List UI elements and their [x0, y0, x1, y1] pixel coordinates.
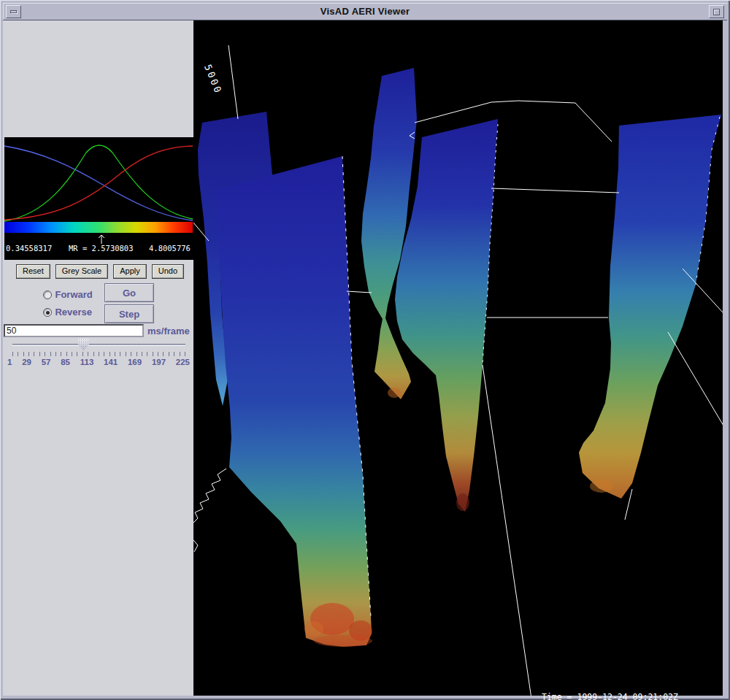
tick-label: 85	[61, 358, 70, 366]
tick-label: 57	[42, 358, 51, 366]
wireframe-line	[193, 469, 226, 523]
wireframe-line	[668, 332, 723, 426]
tick-label: 169	[128, 358, 142, 366]
time-readout: Time = 1999-12-24 09:21:02Z 95 of 229	[539, 674, 678, 700]
slider-thumb[interactable]	[78, 339, 89, 350]
colormap-editor[interactable]: 0.34558317 MR = 2.5730803 4.8005776	[4, 137, 193, 260]
tick-label: 29	[22, 358, 31, 366]
window-title: VisAD AERI Viewer	[3, 6, 727, 17]
curve-green	[4, 145, 193, 221]
frame-rate-label: ms/frame	[147, 326, 190, 336]
forward-radio[interactable]	[43, 291, 52, 299]
colormap-button-row: Reset Grey Scale Apply Undo	[16, 264, 184, 279]
wireframe-line	[193, 540, 198, 552]
grey-scale-button[interactable]: Grey Scale	[55, 264, 108, 279]
wireframe-line	[347, 291, 372, 293]
step-button[interactable]: Step	[104, 304, 154, 323]
hot-spot	[456, 493, 469, 511]
forward-radio-row[interactable]: Forward	[43, 288, 93, 301]
hot-spot	[388, 388, 401, 398]
slider-ticks	[12, 352, 185, 356]
hot-spot	[304, 621, 323, 637]
slider-track[interactable]	[12, 344, 185, 346]
hot-spot	[314, 635, 372, 647]
wireframe-line	[483, 365, 531, 696]
tick-label: 141	[104, 358, 118, 366]
curve-blue	[4, 146, 193, 220]
3d-viewport[interactable]: 5000 Time = 1999-12-24 09:21:02Z 95 of 2…	[193, 20, 723, 696]
maximize-icon	[713, 9, 720, 15]
wireframe-line	[228, 45, 238, 119]
undo-button[interactable]: Undo	[152, 264, 184, 279]
tick-label: 197	[152, 358, 166, 366]
reverse-radio-row[interactable]: Reverse	[43, 305, 92, 318]
tick-label: 1	[7, 358, 12, 366]
control-panel: 0.34558317 MR = 2.5730803 4.8005776 Rese…	[3, 20, 193, 696]
wireframe-line	[625, 489, 632, 520]
colormap-max-value: 4.8005776	[149, 244, 191, 253]
aeri-curtain-scene	[193, 20, 723, 696]
app-window: VisAD AERI Viewer 0.34558317 MR = 2.5730…	[0, 0, 730, 700]
frame-rate-input[interactable]	[4, 324, 144, 337]
go-button[interactable]: Go	[104, 283, 154, 302]
frame-slider[interactable]	[12, 339, 185, 350]
curve-red	[4, 146, 193, 220]
colorbar	[4, 222, 193, 233]
reset-button[interactable]: Reset	[16, 264, 50, 279]
hot-spot	[590, 480, 613, 493]
colormap-curves-plot[interactable]	[4, 137, 193, 244]
tick-label: 225	[176, 358, 190, 366]
wireframe-line	[491, 188, 619, 193]
time-text: Time = 1999-12-24 09:21:02Z	[539, 693, 678, 700]
tick-label: 113	[80, 358, 94, 366]
colormap-current-value: MR = 2.5730803	[69, 244, 134, 253]
forward-radio-label: Forward	[55, 289, 92, 300]
apply-button[interactable]: Apply	[113, 264, 147, 279]
colorbar-pointer-arrow	[99, 235, 104, 244]
reverse-radio[interactable]	[43, 308, 52, 317]
colormap-min-value: 0.34558317	[6, 244, 52, 253]
reverse-radio-label: Reverse	[55, 307, 92, 318]
slider-tick-labels: 1295785113141169197225	[7, 358, 190, 366]
maximize-button[interactable]	[709, 5, 724, 18]
title-bar[interactable]: VisAD AERI Viewer	[3, 3, 727, 20]
